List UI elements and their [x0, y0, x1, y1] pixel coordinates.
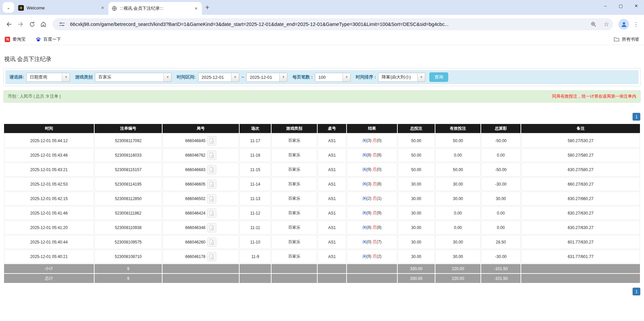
- baidu-paw-icon: [36, 37, 41, 42]
- maximize-button[interactable]: ▢: [613, 0, 629, 11]
- game-type: 百家乐: [272, 235, 317, 249]
- table-header-row: 时间 注单编号 局号 场次 游戏类别 桌号 结果 总投注 有效投注 总派彩 备注: [4, 124, 640, 133]
- search-button[interactable]: 查询: [429, 72, 448, 82]
- bookmark-star-icon[interactable]: ☆: [602, 20, 611, 29]
- game-type-select[interactable]: 百家乐 ▼: [95, 73, 172, 82]
- video-record-button[interactable]: [207, 223, 216, 232]
- remark: 630.27/630.27: [521, 221, 640, 234]
- new-tab-button[interactable]: +: [205, 4, 209, 11]
- chevron-down-icon[interactable]: ▼: [343, 73, 350, 82]
- bet-time: 2025-12-01 05:43:21: [4, 163, 94, 176]
- result-cell: 闲(3) 庄(0): [347, 134, 397, 148]
- round-id: 666046762: [185, 153, 205, 158]
- tab-title: Welcome: [27, 5, 97, 10]
- video-record-button[interactable]: [207, 237, 216, 247]
- video-record-button[interactable]: [207, 180, 216, 189]
- bet-id: 523008116033: [95, 148, 162, 162]
- page-1-button[interactable]: 1: [633, 113, 640, 121]
- video-record-button[interactable]: [207, 151, 216, 160]
- query-type-select[interactable]: 日期查询 ▼: [26, 73, 70, 82]
- video-record-button[interactable]: [207, 165, 216, 174]
- chevron-down-icon[interactable]: ▼: [417, 73, 425, 82]
- total-bet: 30.00: [398, 250, 435, 263]
- chevron-down-icon[interactable]: ▼: [231, 73, 239, 82]
- chevron-down-icon[interactable]: ▼: [62, 73, 70, 82]
- date-range-label: 时间区间:: [177, 74, 195, 80]
- video-record-button[interactable]: [207, 208, 216, 218]
- bookmark-baidu[interactable]: 百度一下: [36, 36, 61, 42]
- result-cell: 闲(8) 庄(8): [347, 221, 397, 234]
- globe-icon: [112, 6, 117, 11]
- sort-select[interactable]: 降冪(由大到小) ▼: [378, 73, 425, 82]
- chevron-down-icon[interactable]: ▼: [279, 73, 287, 82]
- date-end-select[interactable]: 2025-12-01 ▼: [246, 73, 287, 82]
- minimize-button[interactable]: –: [598, 0, 613, 11]
- remark: 630.27/630.27: [521, 206, 640, 220]
- game-type: 百家乐: [272, 206, 317, 220]
- tab-strip: ⌄ Welcome × :::视讯 会员下注纪录::: × + – ▢ ✕: [0, 0, 644, 15]
- player-result: 闲: [362, 182, 366, 186]
- chevron-down-icon[interactable]: ▼: [164, 73, 171, 82]
- home-button[interactable]: [38, 19, 49, 30]
- total-bet: 30.00: [398, 206, 435, 220]
- video-record-button[interactable]: [207, 194, 216, 203]
- page-1-button[interactable]: 1: [633, 288, 640, 295]
- player-result: 闲: [362, 153, 366, 157]
- bet-id: 523008117092: [95, 134, 162, 148]
- tab-search-button[interactable]: ⌄: [3, 2, 14, 13]
- result-cell: 闲(8) 庄(8): [347, 148, 397, 162]
- close-tab-icon[interactable]: ×: [193, 5, 199, 11]
- video-record-button[interactable]: [207, 252, 216, 261]
- zoom-icon[interactable]: [589, 20, 598, 29]
- session-no: 11-12: [240, 206, 271, 220]
- close-tab-icon[interactable]: ×: [100, 5, 106, 11]
- currency-summary: 币别 : 人民币 | 总共 :9 注单 |: [8, 94, 61, 99]
- back-button[interactable]: [3, 19, 15, 30]
- table-row: 2025-12-01 05:41:46 523008111862 6660464…: [4, 206, 640, 220]
- round-id: 666046502: [185, 196, 205, 201]
- tab-title: :::视讯 会员下注纪录:::: [120, 5, 190, 11]
- window-controls: – ▢ ✕: [598, 0, 644, 11]
- site-settings-icon[interactable]: [57, 20, 67, 29]
- round-cell: 666046845: [163, 134, 239, 148]
- tab-welcome[interactable]: Welcome ×: [15, 2, 108, 13]
- game-type: 百家乐: [272, 221, 317, 234]
- forward-button[interactable]: [15, 19, 26, 30]
- player-result: 闲: [362, 225, 366, 230]
- bet-id: 523008111862: [95, 206, 162, 220]
- close-window-button[interactable]: ✕: [629, 0, 644, 11]
- url-bar[interactable]: 66cxkj98.com/game/betrecord_search/kind3…: [52, 18, 613, 30]
- banker-result: 庄: [372, 239, 377, 244]
- per-page-select[interactable]: 100 ▼: [315, 73, 351, 82]
- round-cell: 666046260: [163, 235, 239, 249]
- banker-result: 庄: [372, 153, 377, 157]
- col-header-result: 结果: [347, 124, 397, 133]
- filter-panel: 请选择: 日期查询 ▼ 游戏类别 百家乐 ▼ 时间区间: 2025-12-01 …: [3, 68, 641, 86]
- result-cell: 闲(0) 庄(7): [347, 235, 397, 249]
- date-start-select[interactable]: 2025-12-01 ▼: [198, 73, 239, 82]
- video-record-button[interactable]: [207, 136, 216, 146]
- table-row: 2025-12-01 05:40:21 523008108710 6660461…: [4, 250, 640, 263]
- folder-icon: [614, 37, 619, 42]
- tab-bet-records[interactable]: :::视讯 会员下注纪录::: ×: [108, 2, 202, 15]
- bet-id: 523008115157: [95, 163, 162, 176]
- filter-bar: 请选择: 日期查询 ▼ 游戏类别 百家乐 ▼ 时间区间: 2025-12-01 …: [5, 70, 639, 84]
- url-text[interactable]: 66cxkj98.com/game/betrecord_search/kind3…: [70, 22, 585, 27]
- game-type: 百家乐: [272, 163, 317, 176]
- remark: 601.77/630.27: [521, 235, 640, 249]
- bookmark-aitaobao[interactable]: 淘 爱淘宝: [5, 36, 26, 42]
- profile-avatar[interactable]: [618, 19, 629, 30]
- session-no: 11-17: [240, 134, 271, 148]
- all-bookmarks[interactable]: 所有书签: [614, 36, 639, 42]
- remark: 630.27/660.27: [521, 192, 640, 205]
- reload-button[interactable]: [26, 19, 38, 30]
- table-row: 2025-12-01 05:44:12 523008117092 6660468…: [4, 134, 640, 148]
- col-header-time: 时间: [4, 124, 94, 133]
- round-cell: 666046502: [163, 192, 239, 205]
- session-no: 11-15: [240, 163, 271, 176]
- valid-bet-note: 同局有效投注，统一计算在该局第一张注单内: [552, 94, 636, 99]
- browser-menu-icon[interactable]: ⋮: [631, 21, 641, 28]
- summary-row: 总计 9 330.00 220.00 -101.50: [4, 274, 640, 283]
- col-header-round: 局号: [163, 124, 239, 133]
- summary-label: 总计: [4, 274, 94, 283]
